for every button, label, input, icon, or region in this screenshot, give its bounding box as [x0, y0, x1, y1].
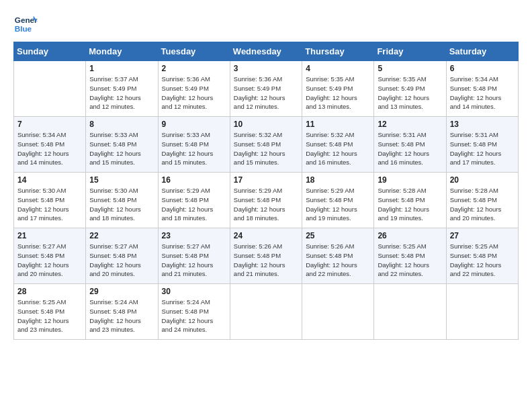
- calendar-cell: [230, 284, 302, 340]
- day-number: 21: [17, 231, 82, 240]
- col-header-tuesday: Tuesday: [158, 42, 230, 61]
- calendar-cell: 26Sunrise: 5:25 AM Sunset: 5:48 PM Dayli…: [374, 228, 446, 284]
- calendar-table: SundayMondayTuesdayWednesdayThursdayFrid…: [13, 42, 519, 340]
- calendar-cell: 17Sunrise: 5:29 AM Sunset: 5:48 PM Dayli…: [230, 173, 302, 228]
- day-number: 20: [450, 175, 515, 185]
- day-info: Sunrise: 5:28 AM Sunset: 5:48 PM Dayligh…: [378, 186, 442, 223]
- day-number: 6: [450, 64, 515, 73]
- day-info: Sunrise: 5:32 AM Sunset: 5:48 PM Dayligh…: [234, 130, 298, 167]
- calendar-cell: 12Sunrise: 5:31 AM Sunset: 5:48 PM Dayli…: [374, 117, 446, 173]
- page: GeneralBlue SundayMondayTuesdayWednesday…: [0, 0, 532, 411]
- day-info: Sunrise: 5:34 AM Sunset: 5:48 PM Dayligh…: [17, 130, 82, 167]
- calendar-cell: 9Sunrise: 5:33 AM Sunset: 5:48 PM Daylig…: [158, 117, 230, 173]
- logo-icon: GeneralBlue: [13, 12, 38, 36]
- day-number: 28: [17, 287, 82, 296]
- calendar-cell: [446, 284, 518, 340]
- calendar-cell: 25Sunrise: 5:26 AM Sunset: 5:48 PM Dayli…: [302, 228, 374, 284]
- col-header-sunday: Sunday: [14, 42, 86, 61]
- day-info: Sunrise: 5:25 AM Sunset: 5:48 PM Dayligh…: [17, 298, 82, 334]
- day-number: 3: [234, 64, 298, 73]
- day-number: 26: [378, 231, 442, 240]
- calendar-cell: 10Sunrise: 5:32 AM Sunset: 5:48 PM Dayli…: [230, 117, 302, 173]
- week-row-3: 14Sunrise: 5:30 AM Sunset: 5:48 PM Dayli…: [14, 173, 519, 228]
- day-info: Sunrise: 5:36 AM Sunset: 5:49 PM Dayligh…: [234, 75, 298, 111]
- day-info: Sunrise: 5:31 AM Sunset: 5:48 PM Dayligh…: [378, 130, 442, 167]
- calendar-cell: 1Sunrise: 5:37 AM Sunset: 5:49 PM Daylig…: [86, 61, 158, 117]
- day-number: 4: [306, 64, 370, 73]
- day-info: Sunrise: 5:33 AM Sunset: 5:48 PM Dayligh…: [89, 130, 154, 167]
- logo: GeneralBlue: [13, 12, 38, 36]
- day-number: 30: [162, 287, 226, 296]
- week-row-2: 7Sunrise: 5:34 AM Sunset: 5:48 PM Daylig…: [14, 117, 519, 173]
- day-info: Sunrise: 5:37 AM Sunset: 5:49 PM Dayligh…: [89, 75, 154, 111]
- calendar-cell: 18Sunrise: 5:29 AM Sunset: 5:48 PM Dayli…: [302, 173, 374, 228]
- day-number: 17: [234, 175, 298, 185]
- day-info: Sunrise: 5:35 AM Sunset: 5:49 PM Dayligh…: [306, 75, 370, 111]
- calendar-cell: [14, 61, 86, 117]
- calendar-cell: 23Sunrise: 5:27 AM Sunset: 5:48 PM Dayli…: [158, 228, 230, 284]
- day-info: Sunrise: 5:29 AM Sunset: 5:48 PM Dayligh…: [162, 186, 226, 223]
- day-info: Sunrise: 5:24 AM Sunset: 5:48 PM Dayligh…: [89, 298, 154, 334]
- col-header-saturday: Saturday: [446, 42, 518, 61]
- calendar-cell: 16Sunrise: 5:29 AM Sunset: 5:48 PM Dayli…: [158, 173, 230, 228]
- day-number: 12: [378, 120, 442, 129]
- day-number: 24: [234, 231, 298, 240]
- col-header-monday: Monday: [86, 42, 158, 61]
- week-row-4: 21Sunrise: 5:27 AM Sunset: 5:48 PM Dayli…: [14, 228, 519, 284]
- day-info: Sunrise: 5:28 AM Sunset: 5:48 PM Dayligh…: [450, 186, 515, 223]
- day-info: Sunrise: 5:34 AM Sunset: 5:48 PM Dayligh…: [450, 75, 515, 111]
- day-info: Sunrise: 5:27 AM Sunset: 5:48 PM Dayligh…: [17, 242, 82, 279]
- day-number: 10: [234, 120, 298, 129]
- day-number: 22: [89, 231, 154, 240]
- week-row-5: 28Sunrise: 5:25 AM Sunset: 5:48 PM Dayli…: [14, 284, 519, 340]
- day-info: Sunrise: 5:27 AM Sunset: 5:48 PM Dayligh…: [162, 242, 226, 279]
- day-number: 25: [306, 231, 370, 240]
- day-info: Sunrise: 5:32 AM Sunset: 5:48 PM Dayligh…: [306, 130, 370, 167]
- day-info: Sunrise: 5:35 AM Sunset: 5:49 PM Dayligh…: [378, 75, 442, 111]
- day-number: 16: [162, 175, 226, 185]
- calendar-cell: 4Sunrise: 5:35 AM Sunset: 5:49 PM Daylig…: [302, 61, 374, 117]
- calendar-cell: 27Sunrise: 5:25 AM Sunset: 5:48 PM Dayli…: [446, 228, 518, 284]
- day-number: 14: [17, 175, 82, 185]
- svg-text:Blue: Blue: [15, 24, 32, 33]
- calendar-cell: 11Sunrise: 5:32 AM Sunset: 5:48 PM Dayli…: [302, 117, 374, 173]
- day-info: Sunrise: 5:27 AM Sunset: 5:48 PM Dayligh…: [89, 242, 154, 279]
- day-number: 9: [162, 120, 226, 129]
- day-number: 13: [450, 120, 515, 129]
- day-number: 1: [89, 64, 154, 73]
- day-info: Sunrise: 5:26 AM Sunset: 5:48 PM Dayligh…: [306, 242, 370, 279]
- day-info: Sunrise: 5:31 AM Sunset: 5:48 PM Dayligh…: [450, 130, 515, 167]
- header: GeneralBlue: [13, 12, 519, 36]
- calendar-cell: 7Sunrise: 5:34 AM Sunset: 5:48 PM Daylig…: [14, 117, 86, 173]
- calendar-cell: 22Sunrise: 5:27 AM Sunset: 5:48 PM Dayli…: [86, 228, 158, 284]
- calendar-cell: 6Sunrise: 5:34 AM Sunset: 5:48 PM Daylig…: [446, 61, 518, 117]
- day-number: 11: [306, 120, 370, 129]
- calendar-cell: 14Sunrise: 5:30 AM Sunset: 5:48 PM Dayli…: [14, 173, 86, 228]
- calendar-cell: 2Sunrise: 5:36 AM Sunset: 5:49 PM Daylig…: [158, 61, 230, 117]
- calendar-cell: 8Sunrise: 5:33 AM Sunset: 5:48 PM Daylig…: [86, 117, 158, 173]
- day-info: Sunrise: 5:29 AM Sunset: 5:48 PM Dayligh…: [306, 186, 370, 223]
- calendar-cell: 30Sunrise: 5:24 AM Sunset: 5:48 PM Dayli…: [158, 284, 230, 340]
- day-number: 27: [450, 231, 515, 240]
- day-info: Sunrise: 5:25 AM Sunset: 5:48 PM Dayligh…: [450, 242, 515, 279]
- calendar-cell: 29Sunrise: 5:24 AM Sunset: 5:48 PM Dayli…: [86, 284, 158, 340]
- calendar-cell: 5Sunrise: 5:35 AM Sunset: 5:49 PM Daylig…: [374, 61, 446, 117]
- calendar-cell: 3Sunrise: 5:36 AM Sunset: 5:49 PM Daylig…: [230, 61, 302, 117]
- day-info: Sunrise: 5:36 AM Sunset: 5:49 PM Dayligh…: [162, 75, 226, 111]
- day-info: Sunrise: 5:25 AM Sunset: 5:48 PM Dayligh…: [378, 242, 442, 279]
- calendar-cell: 24Sunrise: 5:26 AM Sunset: 5:48 PM Dayli…: [230, 228, 302, 284]
- calendar-cell: 28Sunrise: 5:25 AM Sunset: 5:48 PM Dayli…: [14, 284, 86, 340]
- calendar-cell: 19Sunrise: 5:28 AM Sunset: 5:48 PM Dayli…: [374, 173, 446, 228]
- calendar-cell: 20Sunrise: 5:28 AM Sunset: 5:48 PM Dayli…: [446, 173, 518, 228]
- day-info: Sunrise: 5:30 AM Sunset: 5:48 PM Dayligh…: [17, 186, 82, 223]
- day-number: 2: [162, 64, 226, 73]
- day-info: Sunrise: 5:29 AM Sunset: 5:48 PM Dayligh…: [234, 186, 298, 223]
- day-info: Sunrise: 5:26 AM Sunset: 5:48 PM Dayligh…: [234, 242, 298, 279]
- day-number: 19: [378, 175, 442, 185]
- calendar-cell: 13Sunrise: 5:31 AM Sunset: 5:48 PM Dayli…: [446, 117, 518, 173]
- calendar-cell: [302, 284, 374, 340]
- day-info: Sunrise: 5:33 AM Sunset: 5:48 PM Dayligh…: [162, 130, 226, 167]
- day-number: 8: [89, 120, 154, 129]
- header-row: SundayMondayTuesdayWednesdayThursdayFrid…: [14, 42, 519, 61]
- week-row-1: 1Sunrise: 5:37 AM Sunset: 5:49 PM Daylig…: [14, 61, 519, 117]
